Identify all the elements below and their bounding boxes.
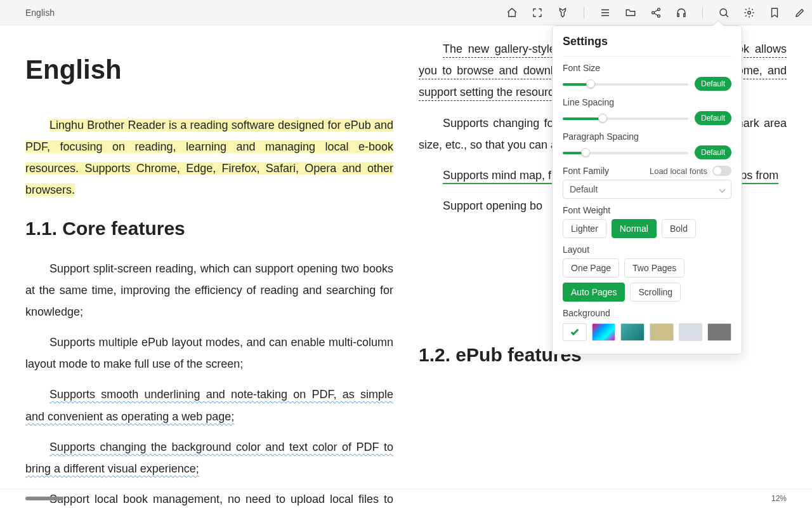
paragraph-spacing-label: Paragraph Spacing (563, 131, 731, 142)
folder-icon[interactable] (625, 7, 636, 18)
intro-paragraph: Linghu Brother Reader is a reading softw… (25, 114, 393, 201)
bg-swatch-sepia[interactable] (650, 323, 674, 341)
underline-wavy: Supports changing the background color a… (25, 441, 393, 475)
settings-panel: Settings Font Size Default Line Spacing … (552, 25, 742, 354)
font-weight-options: Lighter Normal Bold (563, 219, 731, 238)
layout-two-pages[interactable]: Two Pages (624, 258, 684, 277)
bookmark-icon[interactable] (769, 7, 780, 18)
footer: 12% (0, 489, 812, 508)
load-local-fonts-label: Load local fonts (650, 166, 707, 176)
progress-bar[interactable] (25, 497, 63, 500)
layout-label: Layout (563, 244, 731, 255)
svg-point-3 (720, 9, 727, 16)
background-label: Background (563, 308, 731, 318)
underline-wavy: Supports smooth underlining and note-tak… (25, 388, 393, 422)
font-weight-label: Font Weight (563, 205, 731, 215)
underline-green: Supports mind map, (443, 169, 545, 182)
font-family-label: Font Family (563, 166, 609, 176)
svg-point-4 (748, 11, 751, 14)
bg-swatch-white[interactable] (563, 323, 587, 341)
chevron-down-icon (719, 186, 726, 192)
line-spacing-slider[interactable] (563, 113, 688, 123)
layout-scrolling[interactable]: Scrolling (630, 283, 681, 302)
bg-swatch-grey[interactable] (679, 323, 703, 341)
headphones-icon[interactable] (676, 7, 687, 18)
home-icon[interactable] (506, 7, 518, 18)
progress-percent: 12% (771, 494, 787, 503)
settings-title: Settings (563, 35, 731, 57)
line-spacing-label: Line Spacing (563, 97, 731, 107)
font-family-select[interactable]: Default (563, 180, 731, 199)
share-icon[interactable] (650, 7, 662, 18)
bg-swatch-gradient[interactable] (592, 323, 616, 341)
page-title: English (25, 8, 506, 18)
doc-heading-1: English (25, 44, 393, 95)
font-size-slider[interactable] (563, 79, 688, 89)
menu-icon[interactable] (599, 7, 611, 18)
paragraph: Supports smooth underlining and note-tak… (25, 384, 393, 427)
line-spacing-default-button[interactable]: Default (695, 111, 731, 125)
edit-icon[interactable] (794, 7, 806, 18)
font-family-value: Default (570, 184, 598, 194)
paragraph: Supports multiple ePub layout modes, and… (25, 331, 393, 375)
paragraph: Supports changing the background color a… (25, 436, 393, 479)
toolbar (506, 7, 806, 18)
font-size-default-button[interactable]: Default (695, 77, 731, 91)
font-size-label: Font Size (563, 63, 731, 73)
check-icon (570, 327, 579, 335)
font-weight-normal[interactable]: Normal (612, 219, 657, 238)
layout-auto-pages[interactable]: Auto Pages (563, 283, 625, 302)
load-local-fonts-toggle[interactable] (712, 166, 731, 176)
paragraph-spacing-slider[interactable] (563, 147, 688, 157)
layout-one-page[interactable]: One Page (563, 258, 619, 277)
highlight-yellow: Linghu Brother Reader is a reading softw… (25, 119, 393, 197)
font-weight-bold[interactable]: Bold (662, 219, 696, 238)
theme-icon[interactable] (557, 7, 568, 18)
doc-heading-core: 1.1. Core features (25, 210, 393, 246)
separator (584, 7, 584, 18)
font-weight-lighter[interactable]: Lighter (563, 219, 606, 238)
separator (702, 7, 703, 18)
settings-icon[interactable] (743, 7, 755, 18)
bg-swatch-teal[interactable] (620, 323, 645, 341)
left-column: English Linghu Brother Reader is a readi… (13, 38, 406, 489)
paragraph: Support split-screen reading, which can … (25, 258, 393, 323)
background-swatches (563, 323, 731, 341)
search-icon[interactable] (718, 7, 730, 18)
layout-options: One Page Two Pages Auto Pages Scrolling (563, 258, 731, 302)
top-bar: English (0, 0, 812, 25)
paragraph-spacing-default-button[interactable]: Default (695, 145, 731, 159)
bg-swatch-dark[interactable] (707, 323, 731, 341)
fullscreen-icon[interactable] (532, 7, 543, 18)
